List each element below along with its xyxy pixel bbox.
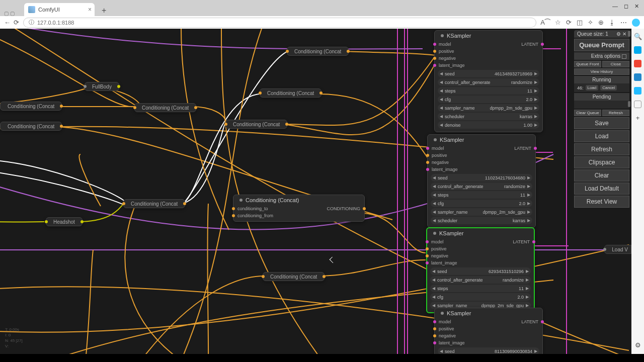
close-window-icon[interactable]: ✕ [634, 3, 639, 10]
port-in[interactable] [84, 85, 87, 88]
minimize-icon[interactable]: — [612, 3, 618, 10]
cancel-chip[interactable]: Cancel [600, 85, 617, 90]
maximize-icon[interactable]: ◻ [624, 3, 628, 10]
sidebar-icon[interactable] [634, 101, 641, 108]
scrollbar[interactable] [628, 31, 630, 37]
scrollbar[interactable] [628, 101, 630, 107]
port-in[interactable] [122, 202, 125, 205]
mouse-cursor [330, 257, 336, 263]
ext-icon[interactable]: ✧ [588, 19, 593, 27]
port-positive[interactable] [433, 50, 436, 53]
split-icon[interactable]: ◫ [577, 19, 583, 27]
load-v-node[interactable]: Load V [604, 245, 631, 254]
refresh-button[interactable]: Refresh [574, 143, 629, 155]
fullbody-node[interactable]: FullBody [85, 82, 119, 91]
star-icon[interactable]: ☆ [555, 19, 561, 27]
load-chip[interactable]: Load [586, 85, 599, 90]
back-icon[interactable]: ← [4, 19, 11, 26]
clipspace-button[interactable]: Clipspace [574, 156, 629, 168]
control-panel[interactable]: Queue size: 1 ⚙ ✕ Queue Prompt Extra opt… [574, 30, 629, 208]
headshot-node[interactable]: Headshot [46, 217, 83, 226]
cag-param[interactable]: ◀control_after_generaterandomize▶ [438, 78, 539, 86]
new-tab-button[interactable]: + [99, 5, 109, 16]
sidebar-icon[interactable] [634, 87, 641, 95]
conditioning-concat-node[interactable]: Conditioning (Concat [260, 88, 321, 98]
port-in[interactable] [232, 214, 235, 217]
port-latent-image[interactable] [433, 64, 436, 67]
scheduler-param[interactable]: ◀schedulerkarras▶ [438, 113, 539, 120]
port-out[interactable] [363, 207, 366, 210]
clear-queue-button[interactable]: Clear Queue [574, 110, 601, 116]
port-in[interactable] [262, 275, 265, 278]
save-button[interactable]: Save [574, 117, 629, 129]
port-in[interactable] [224, 123, 227, 126]
conditioning-concat-node[interactable]: Conditioning (Concat [225, 120, 287, 129]
queue-front-button[interactable]: Queue Front [574, 61, 601, 67]
port-in[interactable] [603, 248, 606, 251]
port-out[interactable] [323, 275, 326, 278]
port-in[interactable] [259, 92, 262, 95]
clear-button[interactable]: Clear [574, 169, 629, 182]
close-icon[interactable]: ✕ [622, 31, 626, 37]
port-out[interactable] [319, 92, 323, 95]
node-canvas[interactable]: FullBody Conditioning (Concat Conditioni… [0, 29, 631, 354]
sync-icon[interactable]: ⟳ [566, 19, 572, 27]
search-icon[interactable]: 🔍 [634, 33, 642, 40]
extra-options-checkbox[interactable] [622, 54, 626, 59]
conditioning-concat-node[interactable]: Conditioning (Concat [134, 103, 196, 112]
gear-icon[interactable]: ⚙ [616, 31, 621, 37]
close-tab-icon[interactable]: × [88, 6, 92, 13]
port-negative[interactable] [433, 57, 436, 60]
seed-param[interactable]: ◀seed461348932718969▶ [438, 70, 539, 77]
cfg-param[interactable]: ◀cfg2.0▶ [438, 96, 539, 103]
port-out[interactable] [117, 85, 120, 88]
sidebar-icon[interactable] [634, 60, 641, 67]
port-in[interactable] [232, 207, 235, 210]
denoise-param[interactable]: ◀denoise1.00▶ [438, 121, 539, 129]
overflow-icon[interactable]: ⋯ [620, 19, 627, 27]
reset-view-button[interactable]: Reset View [574, 196, 629, 208]
conditioning-concat-node-expanded[interactable]: Conditioning (Concat) conditioning_to CO… [233, 195, 365, 222]
reload-icon[interactable]: ⟳ [14, 19, 19, 26]
port-in[interactable] [286, 50, 289, 53]
sidebar-icon[interactable] [634, 46, 641, 54]
port-out[interactable] [285, 123, 288, 126]
close-button[interactable]: Close [602, 61, 629, 67]
port-out[interactable] [60, 125, 63, 128]
view-history-button[interactable]: View History [574, 68, 629, 75]
pending-list [574, 101, 629, 109]
port-out[interactable] [194, 106, 197, 109]
profile-icon[interactable] [632, 19, 640, 27]
settings-icon[interactable]: ⚙ [635, 341, 641, 349]
steps-param[interactable]: ◀steps11▶ [438, 87, 539, 95]
conditioning-concat-node[interactable]: Conditioning (Concat [0, 122, 62, 131]
address-bar[interactable]: ⓘ 127.0.0.1:8188 [23, 18, 536, 28]
reader-icon[interactable]: A⁀ [540, 19, 550, 27]
port-out[interactable] [80, 220, 84, 223]
collections-icon[interactable]: ⊕ [598, 19, 604, 27]
load-button[interactable]: Load [574, 130, 629, 142]
port-latent[interactable] [541, 43, 544, 46]
ksampler-node[interactable]: KSampler model LATENT positive negative … [434, 30, 543, 132]
port-out[interactable] [347, 50, 350, 53]
load-default-button[interactable]: Load Default [574, 183, 629, 195]
conditioning-concat-node[interactable]: Conditioning (Concat [123, 199, 185, 208]
refresh-queue-button[interactable]: Refresh [602, 110, 629, 116]
port-in[interactable] [133, 106, 136, 109]
port-model[interactable] [433, 43, 436, 46]
add-icon[interactable]: + [636, 114, 640, 122]
ksampler-node-active[interactable]: KSampler modelLATENT positive negative l… [426, 227, 535, 313]
ksampler-node[interactable]: KSampler modelLATENT positive negative l… [427, 134, 536, 228]
download-icon[interactable]: ⭳ [609, 19, 615, 27]
port-out[interactable] [60, 105, 63, 108]
sampler-param[interactable]: ◀sampler_namedpmpp_2m_sde_gpu▶ [438, 104, 539, 112]
browser-tab[interactable]: ComfyUI × [24, 3, 95, 16]
conditioning-concat-node[interactable]: Conditioning (Concat [0, 102, 62, 111]
port-out[interactable] [183, 202, 186, 205]
ksampler-node[interactable]: KSampler modelLATENT positive negative l… [434, 308, 543, 354]
conditioning-concat-node[interactable]: Conditioning (Concat [287, 47, 349, 56]
port-in[interactable] [45, 220, 48, 223]
sidebar-icon[interactable] [634, 73, 641, 81]
conditioning-concat-node[interactable]: Conditioning (Concat [263, 272, 325, 281]
queue-prompt-button[interactable]: Queue Prompt [574, 39, 629, 51]
